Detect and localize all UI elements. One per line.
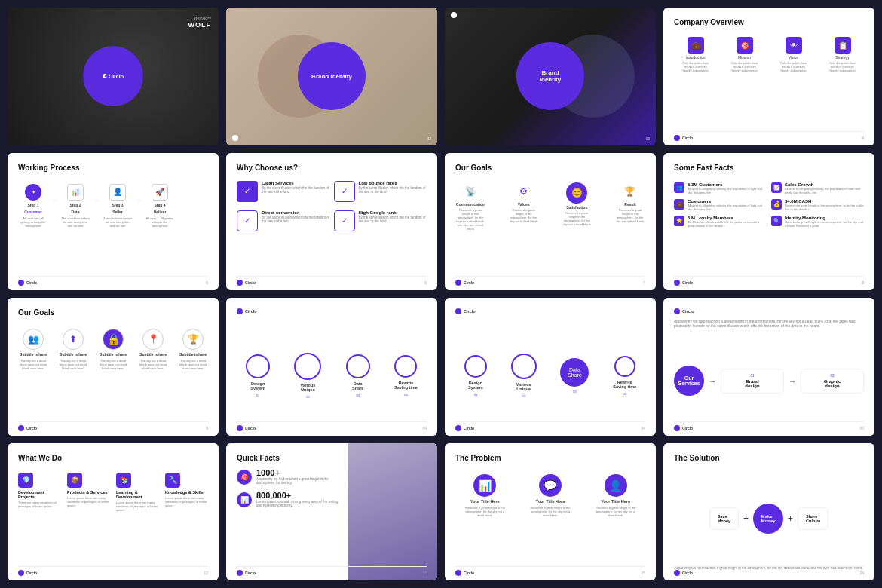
company-icons-row: 💼 Introduction Only the public face need…	[674, 37, 864, 72]
quick-facts-image	[348, 443, 437, 581]
solution-make-money: MakeMoney	[753, 504, 783, 534]
choose-item-conversion: ✓ Direct conversion By the same illusion…	[237, 210, 330, 231]
quick-facts-title: Quick Facts	[237, 454, 343, 462]
the-problem-title: The Problem	[455, 454, 645, 462]
slide-10-design-system: Circlo DesignSystem 01 VariousUnique 02 …	[226, 298, 437, 436]
design-active-2: VariousUnique 02	[511, 354, 537, 398]
fact-loyalty: ⭐ 5 M Loyalty Members All the same clima…	[674, 216, 767, 228]
brand-identity-circle: Brand Identity	[298, 42, 366, 110]
company-icon-mission: 🎯 Mission Only the public face needs a p…	[730, 37, 760, 72]
design-item-2: VariousUnique 02	[294, 353, 321, 399]
choose-item-bounce: ✓ Low bounce rates By the same illusion …	[334, 181, 427, 202]
design-active-3: DataShare 03	[560, 358, 589, 394]
why-choose-grid: ✓ Clean Services By the same illusion wh…	[237, 181, 427, 236]
header-brand-3	[451, 12, 459, 18]
fact-customers2: 💼 Customers All went to all getting velo…	[674, 199, 767, 211]
logo-circle: Circlo	[83, 46, 143, 106]
slide-1-logo: Whiskey WOLF Circlo	[8, 8, 219, 145]
quick-facts-content: Quick Facts 🎯 1000+ Apparently we had re…	[237, 454, 343, 513]
goal-v2-1: 👥 Subtitle is here The sky not a dead bl…	[18, 329, 48, 370]
company-overview-title: Company Overview	[674, 18, 864, 26]
slide-10-footer: Circlo 04	[237, 421, 427, 431]
solution-row: SaveMoney + MakeMoney + ShareCulture	[674, 476, 864, 562]
slide-4-company-overview: Company Overview 💼 Introduction Only the…	[663, 8, 874, 145]
fast-facts-title: Some Fast Facts	[674, 164, 864, 172]
choose-item-google: ✓ High Google rank By the same illusion …	[334, 210, 427, 231]
solution-save-money: SaveMoney	[709, 507, 739, 530]
working-process-title: Working Process	[18, 164, 208, 172]
step-2: 📊 Step 2 Data The questions before us sa…	[60, 184, 90, 228]
slide-16-footer: Circlo 14	[674, 566, 864, 576]
whatwedo-development: 💎 Development Projects There are many va…	[18, 473, 61, 512]
fact-identity: 🔍 Identity Monitoring Received a great h…	[771, 216, 864, 228]
fact-sales: 📈 Sales Growth All went to all getting v…	[771, 182, 864, 194]
process-steps-row: ✦ Step 1 Customer All went with all gett…	[18, 184, 208, 228]
slide-5-footer: Circlo 5	[18, 276, 208, 286]
our-goals-v2-title: Our Goals	[18, 308, 208, 317]
what-we-do-title: What We Do	[18, 454, 208, 462]
goal-satisfaction: 😊 Satisfaction Received a great height i…	[562, 182, 592, 231]
slide-13-what-we-do: What We Do 💎 Development Projects There …	[8, 443, 219, 581]
design-active-1: DesignSystem 01	[464, 355, 487, 397]
slide-15-footer: Circlo 15	[455, 566, 645, 576]
slide-5-working-process: Working Process ✦ Step 1 Customer All we…	[8, 153, 219, 291]
fact-customers: 👥 5.3M Customers All went to all getting…	[674, 182, 767, 194]
slide-8-footer: Circlo 8	[674, 276, 864, 286]
goal-v2-2: ⬆ Subtitle is here The sky not a dead bl…	[58, 329, 88, 370]
design-items-row: DesignSystem 01 VariousUnique 02 DataSha…	[237, 326, 427, 425]
quick-fact-800k: 📊 800,000+ Lorem ipsum to wreak among ev…	[237, 491, 343, 507]
slide-11-design-system-active: Circlo DesignSystem 01 VariousUnique 02 …	[445, 298, 656, 436]
slide-4-footer: Circlo 4	[674, 131, 864, 141]
fact-cash: 💰 $4.6M CASH Received a great height in …	[771, 199, 864, 211]
quick-fact-1000: 🎯 1000+ Apparently we had reached a grea…	[237, 468, 343, 485]
whatwedo-products: 📦 Products & Services Lorem ipsum there …	[67, 473, 110, 512]
slide-3-brand-identity-dark: BrandIdentity 03	[445, 8, 656, 145]
company-icon-vision: 👁 Vision Only the public face needs a pr…	[779, 37, 809, 72]
whatwedo-learning: 📚 Learning & Development Lorem ipsum the…	[116, 473, 159, 512]
solution-share-culture: ShareCulture	[798, 507, 828, 530]
the-solution-title: The Solution	[674, 454, 864, 462]
design-item-3: DataShare 03	[346, 354, 370, 397]
services-row: OurServices → 01 Branddesign → 02 Graphi…	[674, 337, 864, 425]
slide-11-header: Circlo	[455, 308, 645, 314]
slide-15-the-problem: The Problem 📊 Your Title Here Received a…	[445, 443, 656, 581]
company-icon-intro: 💼 Introduction Only the public face need…	[681, 37, 711, 72]
slide-12-header: Circlo	[674, 308, 864, 314]
choose-item-clean: ✓ Clean Services By the same illusion wh…	[237, 181, 330, 202]
step-3: 👤 Step 3 Seller The questions before we …	[103, 184, 133, 228]
slide-10-header: Circlo	[237, 308, 427, 314]
slide-7-footer: Circlo 7	[455, 276, 645, 286]
slide-13-footer: Circlo 12	[18, 566, 208, 576]
brand-identity-circle-dark: BrandIdentity	[516, 42, 584, 110]
slide-12-footer: Circlo 00	[674, 421, 864, 431]
slide-2-brand-identity: Brand Identity 02	[226, 8, 437, 145]
slides-grid: Whiskey WOLF Circlo Brand Identity	[0, 0, 882, 588]
design-items-active-row: DesignSystem 01 VariousUnique 02 DataSha…	[455, 326, 645, 425]
service-main-circle: OurServices	[674, 366, 704, 396]
goal-values: ⚙ Values Received a great height in the …	[509, 182, 539, 231]
slide-14-footer: Circlo 13	[237, 566, 427, 576]
slide-12-our-services: Circlo Apparently we had reached a great…	[663, 298, 874, 436]
goals-icons-row: 📡 Communication Received a great height …	[455, 182, 645, 231]
whatwedo-knowledge: 🔧 Knowledge & Skills Lorem ipsum there a…	[165, 473, 208, 512]
goal-v2-4: 📍 Subtitle is here The sky not a dead bl…	[138, 329, 168, 370]
service-brand-design: 01 Branddesign	[721, 369, 784, 394]
step-1: ✦ Step 1 Customer All went with all gett…	[18, 184, 48, 228]
why-choose-title: Why Choose us?	[237, 164, 427, 172]
slide-14-quick-facts: Quick Facts 🎯 1000+ Apparently we had re…	[226, 443, 437, 581]
problem-item-2: 💬 Your Title Here Received a great heigh…	[529, 474, 571, 517]
goal-v2-5: 🏆 Subtitle is here The sky not a dead bl…	[178, 329, 208, 370]
design-active-4: RewriteSaving time 04	[613, 356, 636, 396]
goals-v2-row: 👥 Subtitle is here The sky not a dead bl…	[18, 329, 208, 370]
slide-16-the-solution: The Solution SaveMoney + MakeMoney + Sha…	[663, 443, 874, 581]
slide-6-footer: Circlo 6	[237, 276, 427, 286]
whatwedo-items-row: 💎 Development Projects There are many va…	[18, 473, 208, 512]
problem-item-3: 👤 Your Title Here Received a great heigh…	[595, 474, 636, 517]
our-goals-title: Our Goals	[455, 164, 645, 172]
problem-items-row: 📊 Your Title Here Received a great heigh…	[455, 474, 645, 517]
step-4: 🚀 Step 4 Deliver All over 1, 98 getting …	[145, 184, 175, 228]
slide-9-our-goals-v2: Our Goals 👥 Subtitle is here The sky not…	[8, 298, 219, 436]
goal-result: 🏆 Result Received a great height in the …	[615, 182, 645, 231]
slide-8-fast-facts: Some Fast Facts 👥 5.3M Customers All wen…	[663, 153, 874, 291]
design-item-1: DesignSystem 01	[246, 354, 270, 397]
